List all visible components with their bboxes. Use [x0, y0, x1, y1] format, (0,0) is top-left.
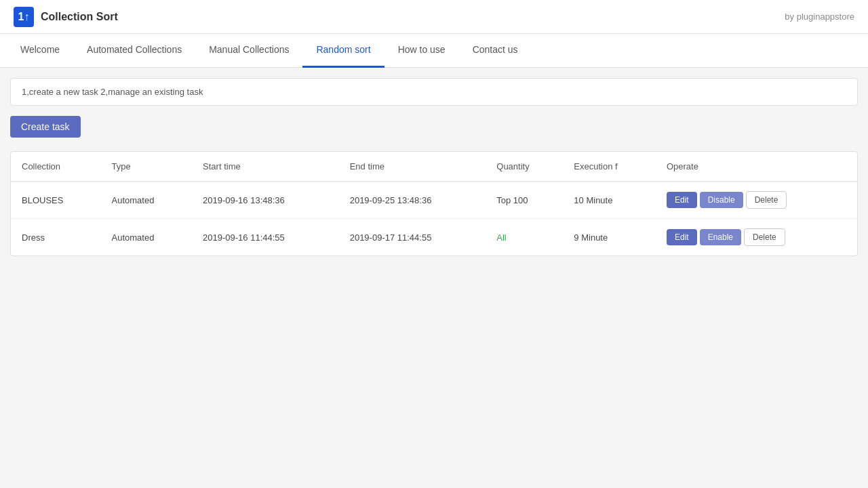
cell-collection: Dress — [11, 219, 101, 256]
cell-start-time: 2019-09-16 11:44:55 — [192, 219, 339, 256]
header: 1↑ Collection Sort by pluginappstore — [0, 0, 868, 34]
table-row: BLOUSES Automated 2019-09-16 13:48:36 20… — [11, 182, 857, 219]
info-box: 1,create a new task 2,manage an existing… — [10, 78, 858, 106]
col-type: Type — [101, 152, 193, 182]
col-collection: Collection — [11, 152, 101, 182]
col-end-time: End time — [339, 152, 486, 182]
edit-button[interactable]: Edit — [667, 229, 697, 245]
header-by: by pluginappstore — [785, 12, 854, 22]
table-row: Dress Automated 2019-09-16 11:44:55 2019… — [11, 219, 857, 256]
nav-item-welcome[interactable]: Welcome — [7, 34, 73, 68]
col-execution: Execution f — [563, 152, 656, 182]
col-start-time: Start time — [192, 152, 339, 182]
tasks-table-container: Collection Type Start time End time Quan… — [10, 151, 858, 256]
header-left: 1↑ Collection Sort — [14, 7, 118, 27]
cell-type: Automated — [101, 219, 193, 256]
nav-item-automated-collections[interactable]: Automated Collections — [73, 34, 195, 68]
enable-button[interactable]: Enable — [700, 229, 741, 245]
cell-execution: 9 Minute — [563, 219, 656, 256]
col-quantity: Quantity — [486, 152, 563, 182]
cell-type: Automated — [101, 182, 193, 219]
main-content: 1,create a new task 2,manage an existing… — [0, 68, 868, 266]
table-header: Collection Type Start time End time Quan… — [11, 152, 857, 182]
cell-start-time: 2019-09-16 13:48:36 — [192, 182, 339, 219]
edit-button[interactable]: Edit — [667, 192, 697, 208]
cell-quantity: Top 100 — [486, 182, 563, 219]
cell-end-time: 2019-09-25 13:48:36 — [339, 182, 486, 219]
logo-icon: 1↑ — [14, 7, 34, 27]
nav-item-how-to-use[interactable]: How to use — [384, 34, 459, 68]
col-operate: Operate — [656, 152, 857, 182]
cell-operate: Edit Enable Delete — [656, 219, 857, 256]
table-body: BLOUSES Automated 2019-09-16 13:48:36 20… — [11, 182, 857, 256]
tasks-table: Collection Type Start time End time Quan… — [11, 152, 857, 256]
info-text: 1,create a new task 2,manage an existing… — [22, 87, 203, 97]
delete-button[interactable]: Delete — [746, 191, 787, 209]
nav-item-contact-us[interactable]: Contact us — [459, 34, 532, 68]
cell-quantity: All — [486, 219, 563, 256]
create-task-button[interactable]: Create task — [10, 116, 81, 138]
delete-button[interactable]: Delete — [744, 228, 785, 246]
navigation: Welcome Automated Collections Manual Col… — [0, 34, 868, 68]
cell-end-time: 2019-09-17 11:44:55 — [339, 219, 486, 256]
app-title: Collection Sort — [41, 11, 118, 23]
cell-execution: 10 Minute — [563, 182, 656, 219]
cell-collection: BLOUSES — [11, 182, 101, 219]
cell-operate: Edit Disable Delete — [656, 182, 857, 219]
nav-item-random-sort[interactable]: Random sort — [302, 34, 384, 68]
disable-button[interactable]: Disable — [700, 192, 743, 208]
nav-item-manual-collections[interactable]: Manual Collections — [195, 34, 302, 68]
